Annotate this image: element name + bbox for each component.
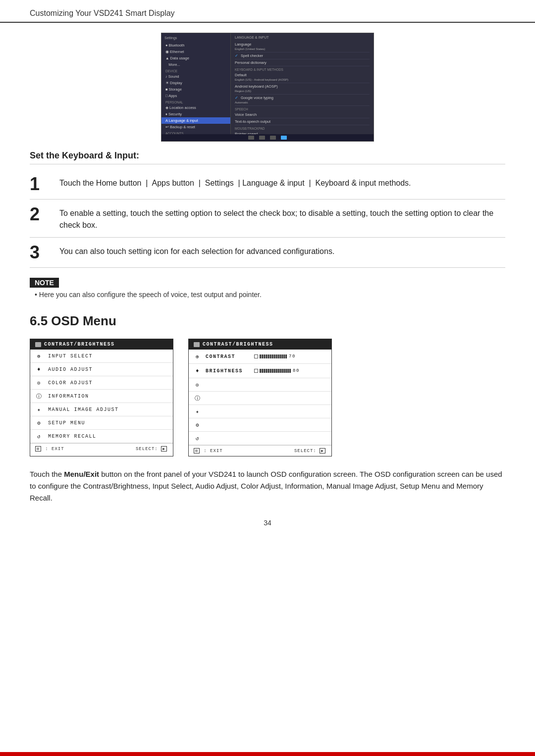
osd-menu-right-title: CONTRAST/BRIGHTNESS bbox=[203, 342, 273, 347]
osd-contrast-row: ⊕ CONTRAST bbox=[189, 350, 331, 364]
osd-item-setup-menu: ⚙ SETUP MENU bbox=[30, 416, 173, 430]
keyboard-section-title: Set the Keyboard & Input: bbox=[30, 151, 505, 164]
menu-data-usage: ▲ Data usage bbox=[161, 55, 230, 61]
information-label: INFORMATION bbox=[48, 394, 89, 399]
page-header: Customizing Your VSD241 Smart Display bbox=[0, 0, 535, 23]
settings-left-panel: Settings ● Bluetooth ◉ Ethernet ▲ Data u… bbox=[161, 33, 231, 141]
step-3-text: You can also touch setting icon for each… bbox=[59, 244, 334, 257]
color-adjust-icon: ⊙ bbox=[35, 379, 43, 387]
screenshot-container: Settings ● Bluetooth ◉ Ethernet ▲ Data u… bbox=[30, 33, 505, 142]
right-section-mouse: MOUSE/TRACKPAD bbox=[235, 127, 370, 130]
osd-menu-left-header: CONTRAST/BRIGHTNESS bbox=[30, 339, 173, 350]
osd-item-memory-recall: ↺ MEMORY RECALL bbox=[30, 430, 173, 443]
osd-item-information: ⓘ INFORMATION bbox=[30, 390, 173, 403]
steps-container: 1 Touch the Home button | Apps button | … bbox=[30, 169, 505, 268]
step-2-text: To enable a setting, touch the setting o… bbox=[59, 205, 505, 231]
menu-backup: ↩ Backup & reset bbox=[161, 124, 230, 130]
settings-app-label: Settings bbox=[164, 36, 177, 40]
section-device: DEVICE bbox=[161, 68, 230, 73]
osd-menu-right: CONTRAST/BRIGHTNESS ⊕ CONTRAST bbox=[188, 339, 332, 456]
menu-exit-bold: Menu/Exit bbox=[64, 470, 99, 478]
select-key-icon-right: ▶ bbox=[320, 448, 325, 454]
input-select-icon: ⊕ bbox=[35, 352, 43, 360]
menu-location: ◈ Location access bbox=[161, 104, 230, 111]
red-bottom-bar bbox=[0, 752, 535, 756]
menu-storage: ■ Storage bbox=[161, 86, 230, 93]
osd-right-empty-4: ⚙ bbox=[189, 418, 331, 432]
right-tts: Text-to-speech output bbox=[235, 118, 370, 125]
osd-menus-container: CONTRAST/BRIGHTNESS ⊕ INPUT SELECT ♦ AUD… bbox=[30, 339, 505, 456]
right-android-keyboard: Android keyboard (AOSP)Region (US) bbox=[235, 83, 370, 95]
note-text: Here you can also configure the speech o… bbox=[30, 291, 505, 299]
step-1: 1 Touch the Home button | Apps button | … bbox=[30, 169, 505, 200]
nav-recents bbox=[270, 136, 276, 140]
right-spell-checker: ✓ Spell checker bbox=[235, 52, 370, 59]
menu-bluetooth: ● Bluetooth bbox=[161, 42, 230, 49]
section-personal: PERSONAL bbox=[161, 99, 230, 104]
osd-menu-left: CONTRAST/BRIGHTNESS ⊕ INPUT SELECT ♦ AUD… bbox=[30, 339, 173, 456]
osd-contrast-icon bbox=[35, 342, 41, 347]
brightness-bar-filled bbox=[260, 369, 291, 373]
audio-adjust-label: AUDIO ADJUST bbox=[48, 367, 93, 372]
note-label: NOTE bbox=[30, 278, 59, 288]
brightness-bar: 80 bbox=[254, 368, 303, 373]
osd-right-select: SELECT: ▶ bbox=[294, 448, 326, 454]
settings-nav-bar bbox=[161, 134, 374, 141]
step-3: 3 You can also touch setting icon for ea… bbox=[30, 238, 505, 268]
osd-left-exit: ⊞ : EXIT bbox=[35, 446, 64, 452]
osd-left-select: SELECT: ▶ bbox=[136, 446, 168, 452]
step-3-number: 3 bbox=[30, 244, 50, 261]
right-default: DefaultEnglish (US) - Android keyboard (… bbox=[235, 72, 370, 83]
right-language: LanguageEnglish (United States) bbox=[235, 41, 370, 52]
audio-adjust-icon: ♦ bbox=[35, 365, 43, 373]
contrast-bar: 70 bbox=[254, 354, 299, 359]
nav-screenshot bbox=[281, 136, 287, 140]
brightness-value: 80 bbox=[293, 368, 303, 373]
osd-right-empty-2: ⓘ bbox=[189, 392, 331, 405]
settings-right-title: Language & Input bbox=[235, 36, 370, 39]
contrast-bar-empty bbox=[254, 354, 258, 358]
step-1-text: Touch the Home button | Apps button | Se… bbox=[59, 175, 411, 189]
menu-apps: □ Apps bbox=[161, 93, 230, 99]
setup-menu-icon: ⚙ bbox=[35, 419, 43, 427]
osd-right-empty-1: ⊙ bbox=[189, 378, 331, 392]
settings-right-panel: Language & Input LanguageEnglish (United… bbox=[231, 33, 374, 141]
menu-sound: ♪ Sound bbox=[161, 73, 230, 80]
apps-button-text: Apps button bbox=[152, 179, 194, 187]
setup-menu-label: SETUP MENU bbox=[48, 420, 85, 426]
right-color-icon: ⊙ bbox=[194, 381, 202, 389]
page-title: Customizing Your VSD241 Smart Display bbox=[30, 9, 175, 17]
main-content: Settings ● Bluetooth ◉ Ethernet ▲ Data u… bbox=[0, 23, 535, 547]
nav-back bbox=[248, 136, 254, 140]
information-icon: ⓘ bbox=[35, 392, 43, 400]
step-2-number: 2 bbox=[30, 205, 50, 223]
right-voice-search: Voice Search bbox=[235, 111, 370, 118]
osd-menu-left-footer: ⊞ : EXIT SELECT: ▶ bbox=[30, 443, 173, 454]
right-manual-icon: ✦ bbox=[194, 407, 202, 415]
brightness-bar-empty bbox=[254, 369, 258, 373]
manual-image-icon: ✦ bbox=[35, 405, 43, 413]
note-box: NOTE Here you can also configure the spe… bbox=[30, 278, 505, 299]
osd-menu-right-header: CONTRAST/BRIGHTNESS bbox=[189, 339, 331, 350]
memory-recall-icon: ↺ bbox=[35, 432, 43, 440]
contrast-value: 70 bbox=[289, 354, 299, 359]
osd-brightness-row: ♦ BRIGHTNESS bbox=[189, 364, 331, 378]
osd-item-manual-image: ✦ MANUAL IMAGE ADJUST bbox=[30, 403, 173, 416]
step-2: 2 To enable a setting, touch the setting… bbox=[30, 200, 505, 238]
right-section-speech: SPEECH bbox=[235, 107, 370, 111]
osd-right-empty-5: ↺ bbox=[189, 432, 331, 445]
brightness-label: BRIGHTNESS bbox=[206, 368, 250, 374]
step-1-number: 1 bbox=[30, 175, 50, 193]
contrast-label: CONTRAST bbox=[206, 354, 250, 359]
memory-recall-label: MEMORY RECALL bbox=[48, 434, 97, 439]
manual-image-label: MANUAL IMAGE ADJUST bbox=[48, 407, 119, 412]
right-voice-typing: ✓ Google voice typingAutomatic bbox=[235, 95, 370, 106]
brightness-detail-icon: ♦ bbox=[194, 367, 202, 375]
menu-security: ♦ Security bbox=[161, 111, 230, 117]
menu-ethernet: ◉ Ethernet bbox=[161, 49, 230, 55]
menu-more: More... bbox=[161, 61, 230, 68]
osd-contrast-icon-right bbox=[194, 342, 200, 347]
right-setup-icon: ⚙ bbox=[194, 421, 202, 429]
right-section-keyboard: KEYBOARD & INPUT METHODS bbox=[235, 68, 370, 71]
osd-item-color-adjust: ⊙ COLOR ADJUST bbox=[30, 376, 173, 390]
